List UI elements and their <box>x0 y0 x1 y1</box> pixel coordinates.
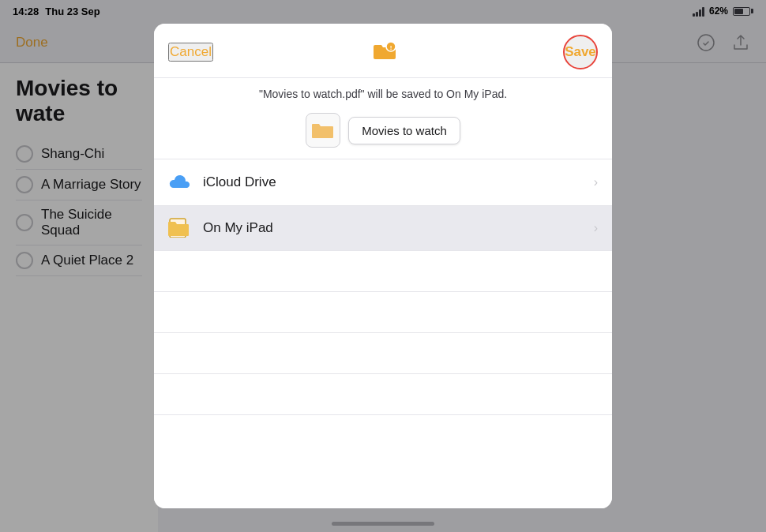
location-selector: Movies to watch <box>154 107 612 159</box>
file-list-item-empty-3 <box>154 333 612 374</box>
file-list-item-empty-4 <box>154 374 612 415</box>
cancel-button[interactable]: Cancel <box>168 43 213 62</box>
location-folder-button[interactable]: Movies to watch <box>348 117 460 144</box>
icloud-drive-label: iCloud Drive <box>203 174 276 190</box>
save-message: "Movies to watch.pdf" will be saved to O… <box>154 78 612 107</box>
icloud-drive-icon <box>168 170 192 194</box>
file-list-item-empty-5 <box>154 415 612 456</box>
folder-badge-icon: ! <box>374 41 396 64</box>
ipad-drive-label: On My iPad <box>203 220 273 236</box>
file-list-item-empty-2 <box>154 292 612 333</box>
file-list-item-ipad[interactable]: On My iPad › <box>154 206 612 251</box>
chevron-right-icon: › <box>594 175 598 189</box>
file-list: iCloud Drive › On My iPad › <box>154 159 612 508</box>
svg-text:!: ! <box>390 44 392 51</box>
item-left: iCloud Drive <box>168 170 276 194</box>
save-button[interactable]: Save <box>563 35 598 69</box>
save-to-files-modal: Cancel ! Save "Movies to watch.pdf" will… <box>154 24 612 508</box>
file-list-item-empty-1 <box>154 251 612 292</box>
folder-preview <box>306 113 340 148</box>
header-center: ! <box>374 41 402 64</box>
chevron-right-icon: › <box>594 221 598 235</box>
home-indicator <box>332 522 434 526</box>
item-left: On My iPad <box>168 217 273 239</box>
ipad-folder-icon <box>168 217 192 239</box>
modal-header: Cancel ! Save <box>154 24 612 78</box>
file-list-item-icloud[interactable]: iCloud Drive › <box>154 159 612 206</box>
